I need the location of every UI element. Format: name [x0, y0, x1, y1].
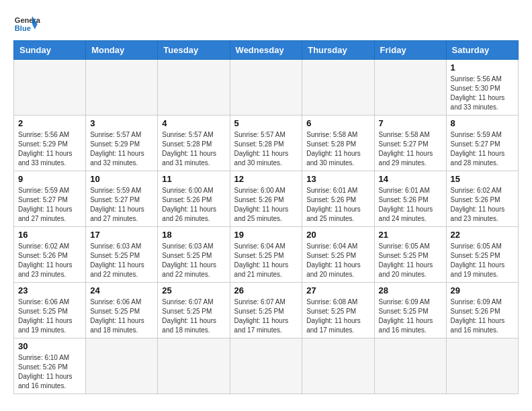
weekday-header-wednesday: Wednesday: [230, 41, 302, 60]
day-info: Sunrise: 6:00 AM Sunset: 5:26 PM Dayligh…: [234, 186, 298, 224]
day-info: Sunrise: 5:58 AM Sunset: 5:27 PM Dayligh…: [379, 130, 442, 168]
day-number: 5: [234, 118, 298, 128]
day-number: 1: [451, 62, 514, 73]
calendar-cell: 25Sunrise: 6:07 AM Sunset: 5:25 PM Dayli…: [158, 283, 230, 338]
day-number: 21: [379, 230, 442, 240]
day-number: 26: [234, 285, 298, 295]
day-info: Sunrise: 5:56 AM Sunset: 5:30 PM Dayligh…: [451, 75, 514, 112]
day-number: 6: [306, 118, 369, 128]
calendar-cell: 26Sunrise: 6:07 AM Sunset: 5:25 PM Dayli…: [230, 283, 302, 338]
weekday-header-sunday: Sunday: [14, 41, 86, 60]
svg-text:Blue: Blue: [15, 24, 31, 32]
day-number: 9: [18, 174, 81, 184]
day-number: 24: [90, 285, 153, 295]
day-info: Sunrise: 6:10 AM Sunset: 5:26 PM Dayligh…: [18, 353, 81, 391]
day-info: Sunrise: 6:05 AM Sunset: 5:25 PM Dayligh…: [451, 242, 514, 279]
day-number: 22: [451, 230, 514, 240]
day-number: 12: [234, 174, 298, 184]
calendar-cell: [86, 338, 158, 394]
day-info: Sunrise: 6:02 AM Sunset: 5:26 PM Dayligh…: [451, 186, 514, 224]
weekday-header-tuesday: Tuesday: [158, 41, 230, 60]
day-number: 10: [90, 174, 153, 184]
calendar-cell: 11Sunrise: 6:00 AM Sunset: 5:26 PM Dayli…: [158, 171, 230, 227]
calendar-cell: 21Sunrise: 6:05 AM Sunset: 5:25 PM Dayli…: [374, 227, 446, 283]
logo: General Blue: [13, 13, 40, 34]
day-number: 29: [451, 285, 514, 295]
calendar-week-row-1: 1Sunrise: 5:56 AM Sunset: 5:30 PM Daylig…: [14, 60, 519, 116]
calendar-cell: 5Sunrise: 5:57 AM Sunset: 5:28 PM Daylig…: [230, 116, 302, 171]
day-number: 11: [162, 174, 225, 184]
calendar-cell: [446, 338, 518, 394]
calendar-week-row-4: 16Sunrise: 6:02 AM Sunset: 5:26 PM Dayli…: [14, 227, 519, 283]
day-info: Sunrise: 6:07 AM Sunset: 5:25 PM Dayligh…: [162, 298, 225, 335]
day-info: Sunrise: 5:57 AM Sunset: 5:28 PM Dayligh…: [162, 130, 225, 168]
calendar-cell: 18Sunrise: 6:03 AM Sunset: 5:25 PM Dayli…: [158, 227, 230, 283]
calendar-cell: 13Sunrise: 6:01 AM Sunset: 5:26 PM Dayli…: [302, 171, 374, 227]
calendar-week-row-2: 2Sunrise: 5:56 AM Sunset: 5:29 PM Daylig…: [14, 116, 519, 171]
day-info: Sunrise: 5:59 AM Sunset: 5:27 PM Dayligh…: [18, 186, 81, 224]
calendar-cell: 24Sunrise: 6:06 AM Sunset: 5:25 PM Dayli…: [86, 283, 158, 338]
calendar-cell: 6Sunrise: 5:58 AM Sunset: 5:28 PM Daylig…: [302, 116, 374, 171]
calendar-cell: 23Sunrise: 6:06 AM Sunset: 5:25 PM Dayli…: [14, 283, 86, 338]
calendar-cell: 14Sunrise: 6:01 AM Sunset: 5:26 PM Dayli…: [374, 171, 446, 227]
weekday-header-row: SundayMondayTuesdayWednesdayThursdayFrid…: [14, 41, 519, 60]
day-info: Sunrise: 6:09 AM Sunset: 5:25 PM Dayligh…: [379, 298, 442, 335]
day-number: 20: [306, 230, 369, 240]
day-number: 16: [18, 230, 81, 240]
calendar-cell: 9Sunrise: 5:59 AM Sunset: 5:27 PM Daylig…: [14, 171, 86, 227]
weekday-header-thursday: Thursday: [302, 41, 374, 60]
day-number: 2: [18, 118, 81, 128]
day-info: Sunrise: 6:05 AM Sunset: 5:25 PM Dayligh…: [379, 242, 442, 279]
day-number: 15: [451, 174, 514, 184]
calendar-cell: [86, 60, 158, 116]
calendar-cell: [230, 338, 302, 394]
day-info: Sunrise: 6:00 AM Sunset: 5:26 PM Dayligh…: [162, 186, 225, 224]
day-info: Sunrise: 5:58 AM Sunset: 5:28 PM Dayligh…: [306, 130, 369, 168]
calendar-cell: 20Sunrise: 6:04 AM Sunset: 5:25 PM Dayli…: [302, 227, 374, 283]
calendar-cell: 27Sunrise: 6:08 AM Sunset: 5:25 PM Dayli…: [302, 283, 374, 338]
weekday-header-friday: Friday: [374, 41, 446, 60]
day-info: Sunrise: 6:06 AM Sunset: 5:25 PM Dayligh…: [18, 298, 81, 335]
day-number: 4: [162, 118, 225, 128]
calendar-cell: 4Sunrise: 5:57 AM Sunset: 5:28 PM Daylig…: [158, 116, 230, 171]
day-info: Sunrise: 6:03 AM Sunset: 5:25 PM Dayligh…: [90, 242, 153, 279]
calendar-cell: 19Sunrise: 6:04 AM Sunset: 5:25 PM Dayli…: [230, 227, 302, 283]
calendar-cell: [302, 60, 374, 116]
weekday-header-monday: Monday: [86, 41, 158, 60]
calendar-week-row-6: 30Sunrise: 6:10 AM Sunset: 5:26 PM Dayli…: [14, 338, 519, 394]
calendar-cell: 7Sunrise: 5:58 AM Sunset: 5:27 PM Daylig…: [374, 116, 446, 171]
calendar-cell: 10Sunrise: 5:59 AM Sunset: 5:27 PM Dayli…: [86, 171, 158, 227]
day-number: 14: [379, 174, 442, 184]
day-number: 8: [451, 118, 514, 128]
calendar-cell: 22Sunrise: 6:05 AM Sunset: 5:25 PM Dayli…: [446, 227, 518, 283]
day-info: Sunrise: 6:06 AM Sunset: 5:25 PM Dayligh…: [90, 298, 153, 335]
calendar-cell: [158, 338, 230, 394]
day-info: Sunrise: 5:57 AM Sunset: 5:28 PM Dayligh…: [234, 130, 298, 168]
calendar-week-row-3: 9Sunrise: 5:59 AM Sunset: 5:27 PM Daylig…: [14, 171, 519, 227]
day-number: 7: [379, 118, 442, 128]
day-number: 19: [234, 230, 298, 240]
calendar-table: SundayMondayTuesdayWednesdayThursdayFrid…: [13, 40, 519, 394]
day-info: Sunrise: 6:08 AM Sunset: 5:25 PM Dayligh…: [306, 298, 369, 335]
day-number: 17: [90, 230, 153, 240]
day-number: 27: [306, 285, 369, 295]
calendar-cell: 16Sunrise: 6:02 AM Sunset: 5:26 PM Dayli…: [14, 227, 86, 283]
calendar-cell: [14, 60, 86, 116]
day-number: 3: [90, 118, 153, 128]
day-number: 30: [18, 341, 81, 351]
day-number: 18: [162, 230, 225, 240]
calendar-cell: [158, 60, 230, 116]
calendar-cell: 29Sunrise: 6:09 AM Sunset: 5:26 PM Dayli…: [446, 283, 518, 338]
calendar-cell: 28Sunrise: 6:09 AM Sunset: 5:25 PM Dayli…: [374, 283, 446, 338]
day-info: Sunrise: 6:01 AM Sunset: 5:26 PM Dayligh…: [306, 186, 369, 224]
calendar-cell: [230, 60, 302, 116]
svg-marker-3: [32, 24, 38, 30]
calendar-cell: [302, 338, 374, 394]
day-info: Sunrise: 6:03 AM Sunset: 5:25 PM Dayligh…: [162, 242, 225, 279]
day-number: 25: [162, 285, 225, 295]
calendar-cell: 8Sunrise: 5:59 AM Sunset: 5:27 PM Daylig…: [446, 116, 518, 171]
calendar-cell: 15Sunrise: 6:02 AM Sunset: 5:26 PM Dayli…: [446, 171, 518, 227]
day-info: Sunrise: 5:56 AM Sunset: 5:29 PM Dayligh…: [18, 130, 81, 168]
day-info: Sunrise: 5:59 AM Sunset: 5:27 PM Dayligh…: [90, 186, 153, 224]
day-info: Sunrise: 5:57 AM Sunset: 5:29 PM Dayligh…: [90, 130, 153, 168]
